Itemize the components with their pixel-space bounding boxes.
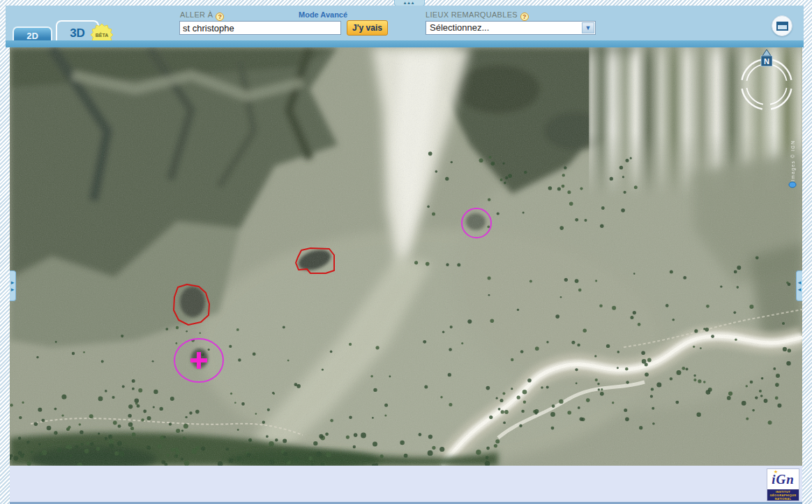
ign-logo-band: INSTITUT GÉOGRAPHIQUE NATIONAL <box>767 489 799 501</box>
zoom-slider-handle[interactable] <box>789 182 796 188</box>
geoportail-3d-app: ▴▴▴ 2D 3D BÊTA ALLER À? Mode Avancé J'y … <box>0 0 812 504</box>
places-select[interactable]: Sélectionnez... ▼ <box>426 21 596 35</box>
places-select-value: Sélectionnez... <box>430 22 489 33</box>
goto-input[interactable] <box>179 21 341 35</box>
tab-3d-label: 3D <box>70 26 85 40</box>
window-icon <box>776 22 788 31</box>
chevron-left-icon: ◂ <box>798 279 802 286</box>
copyright-watermark: Images © IGN <box>790 140 796 181</box>
toolbar: 2D 3D BÊTA ALLER À? Mode Avancé J'y vais… <box>6 6 804 40</box>
goto-label: ALLER À? <box>180 10 224 21</box>
goto-help-icon[interactable]: ? <box>216 13 224 21</box>
compass-north-label: N <box>764 57 769 66</box>
beta-badge-label: BÊTA <box>96 32 109 38</box>
pan-right-tab[interactable]: ◂ ◂ <box>796 270 802 301</box>
aerial-terrain: N Images © IGN <box>10 47 802 466</box>
window-view-button[interactable] <box>772 15 792 36</box>
goto-label-text: ALLER À <box>180 10 213 19</box>
advanced-mode-link[interactable]: Mode Avancé <box>299 10 347 19</box>
go-button[interactable]: J'y vais <box>347 20 388 36</box>
star-icon: ★ <box>774 469 778 475</box>
toolbar-bottom-strip <box>6 40 804 47</box>
ign-band-line: NATIONAL <box>767 497 799 501</box>
tab-2d-label: 2D <box>27 31 38 41</box>
chevron-down-icon[interactable]: ▼ <box>582 22 594 33</box>
collapse-arrows-icon: ▴▴▴ <box>404 0 416 5</box>
ign-logo-top: ★ iGn <box>767 469 799 489</box>
pan-left-tab[interactable]: ▸ ▸ <box>10 270 16 301</box>
chevron-right-icon: ▸ <box>11 279 15 286</box>
places-help-icon[interactable]: ? <box>520 13 529 21</box>
chevron-right-icon: ▸ <box>11 286 15 293</box>
places-label-text: LIEUX REMARQUABLES <box>426 10 518 19</box>
map-viewport[interactable]: N Images © IGN <box>10 47 802 466</box>
footer-bar: ★ iGn INSTITUT GÉOGRAPHIQUE NATIONAL <box>10 466 802 502</box>
ign-logo[interactable]: ★ iGn INSTITUT GÉOGRAPHIQUE NATIONAL <box>767 468 799 501</box>
places-label: LIEUX REMARQUABLES? <box>426 10 529 21</box>
chevron-left-icon: ◂ <box>798 286 802 293</box>
